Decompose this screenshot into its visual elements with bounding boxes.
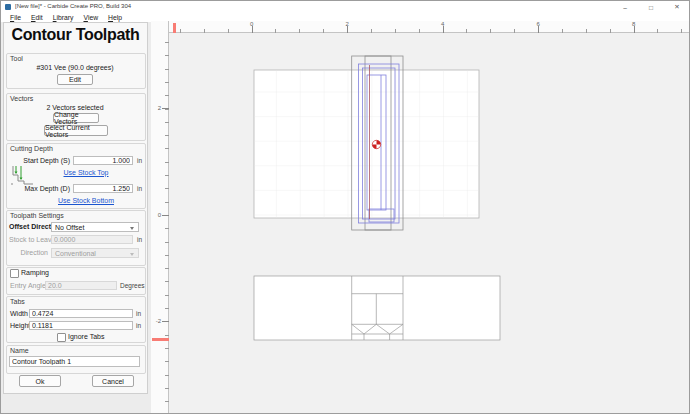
max-depth-label: Max Depth (D): [21, 185, 70, 193]
ignore-tabs-label: Ignore Tabs: [68, 333, 104, 341]
select-current-vectors-button[interactable]: Select Current Vectors: [44, 125, 108, 136]
tab-height-input[interactable]: [29, 321, 133, 330]
ok-button[interactable]: Ok: [19, 375, 61, 387]
tab-height-unit: in: [136, 322, 141, 330]
ramping-label: Ramping: [21, 269, 49, 277]
toolpath-settings-group-label: Toolpath Settings: [10, 212, 64, 219]
offset-direction-select[interactable]: No Offset: [51, 222, 139, 232]
ruler-h-label: 4: [441, 21, 444, 27]
tab-width-label: Width: [10, 310, 28, 318]
menu-item-edit[interactable]: Edit: [26, 14, 48, 21]
ruler-h-label: 2: [346, 21, 349, 27]
ruler-h-label: 8: [632, 21, 635, 27]
minimize-button[interactable]: –: [613, 1, 637, 13]
ruler-v-cursor-marker: [152, 338, 169, 341]
window-title: [New file]* - Carbide Create PRO, Build …: [15, 3, 131, 9]
start-depth-unit: in: [137, 157, 142, 165]
change-vectors-button[interactable]: Change Vectors: [53, 113, 99, 123]
menu-item-view[interactable]: View: [78, 14, 103, 21]
toolpath-name-input[interactable]: [9, 356, 140, 367]
entry-angle-label: Entry Angle: [10, 282, 46, 290]
name-group-label: Name: [10, 347, 29, 354]
tabs-group-label: Tabs: [10, 298, 25, 305]
ruler-h-cursor-marker: [173, 23, 176, 33]
depth-profile-icon: [9, 163, 35, 187]
close-button[interactable]: ✕: [665, 1, 689, 13]
entry-angle-input: [45, 281, 117, 290]
chevron-down-icon: [130, 253, 134, 256]
page-title: Contour Toolpath: [3, 26, 148, 44]
ruler-v-label: 2: [151, 105, 161, 111]
stock-to-leave-unit: in: [137, 236, 142, 244]
app-window: [New file]* - Carbide Create PRO, Build …: [0, 0, 690, 414]
design-canvas[interactable]: [169, 33, 690, 414]
app-icon: [5, 4, 11, 10]
direction-label: Direction: [18, 249, 48, 257]
chevron-down-icon: [130, 227, 134, 230]
stock-to-leave-label: Stock to Leave: [9, 236, 55, 244]
title-bar: [New file]* - Carbide Create PRO, Build …: [1, 1, 689, 13]
direction-select: Conventional: [51, 248, 139, 258]
ramping-checkbox[interactable]: [10, 269, 19, 278]
direction-value: Conventional: [55, 250, 96, 257]
ruler-h-label: 6: [537, 21, 540, 27]
edit-tool-button[interactable]: Edit: [57, 74, 93, 85]
tab-height-label: Height: [10, 322, 30, 330]
tool-group-label: Tool: [10, 55, 23, 62]
use-stock-bottom-link[interactable]: Use Stock Bottom: [53, 197, 119, 204]
selected-tool-name: #301 Vee (90.0 degrees): [6, 64, 144, 72]
max-depth-input[interactable]: [73, 184, 133, 193]
offset-direction-value: No Offset: [55, 224, 84, 231]
max-depth-unit: in: [137, 185, 142, 193]
ruler-h-label: 0: [250, 21, 253, 27]
tab-width-unit: in: [136, 310, 141, 318]
menu-item-help[interactable]: Help: [103, 14, 127, 21]
ignore-tabs-checkbox[interactable]: [57, 333, 66, 342]
menu-item-library[interactable]: Library: [48, 14, 79, 21]
tab-width-input[interactable]: [29, 309, 133, 318]
stock-to-leave-input: [51, 235, 133, 244]
use-stock-top-link[interactable]: Use Stock Top: [56, 169, 116, 176]
cutting-depth-group-label: Cutting Depth: [10, 145, 53, 152]
maximize-button[interactable]: □: [639, 1, 663, 13]
entry-angle-unit: Degrees: [120, 282, 145, 290]
ruler-v-label: 0: [151, 212, 161, 218]
vectors-group-label: Vectors: [10, 95, 33, 102]
ruler-v-label: -2: [149, 318, 161, 324]
ruler-horizontal-major-ticks: [252, 26, 690, 33]
menu-item-file[interactable]: File: [5, 14, 26, 21]
start-depth-input[interactable]: [73, 156, 133, 165]
ruler-vertical-major-ticks: [162, 108, 169, 408]
cancel-button[interactable]: Cancel: [92, 375, 134, 387]
